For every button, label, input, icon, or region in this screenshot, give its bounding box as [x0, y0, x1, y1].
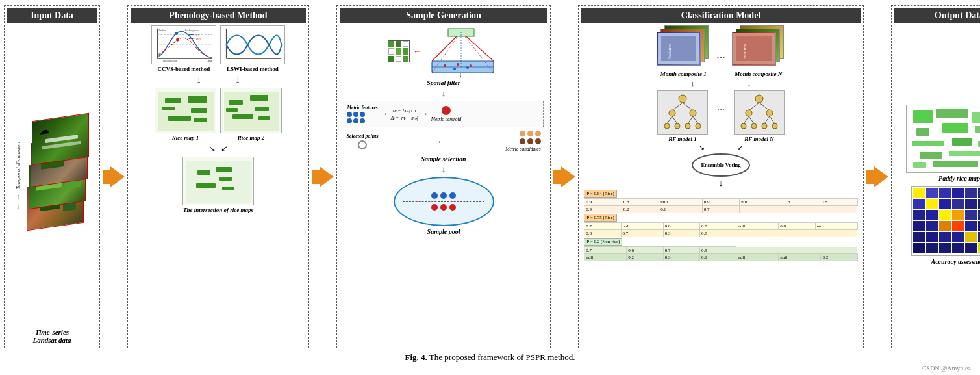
selected-points-row: Selected points ← — [344, 129, 543, 153]
pool-divider — [403, 201, 485, 202]
merge-arrows: ↘ ↙ — [203, 144, 233, 154]
svg-line-81 — [759, 103, 770, 110]
svg-line-80 — [749, 103, 759, 110]
table-row-1: 0.9 0.8 null 0.9 null 0.8 0.8 — [584, 199, 857, 206]
output-panel: Output Data — [891, 5, 980, 348]
pheno-down-arrows: ↓ ↓ — [196, 75, 240, 85]
rice-map-1-label: Rice map 1 — [172, 135, 199, 141]
svg-rect-122 — [926, 210, 938, 220]
svg-rect-110 — [926, 188, 938, 198]
svg-text:Features: Features — [667, 44, 672, 59]
watermark: CSDN @Amyniez — [922, 365, 971, 372]
accuracy-container: Accuracy assessment — [911, 186, 980, 265]
svg-line-68 — [683, 103, 693, 110]
rf-tree-1 — [660, 94, 705, 131]
svg-rect-98 — [942, 123, 968, 133]
svg-text:Index: Index — [158, 29, 166, 32]
sample-pool-ellipse — [394, 177, 494, 226]
dot-blue-1 — [347, 112, 352, 117]
svg-text:EVI: EVI — [194, 34, 199, 37]
svg-line-67 — [672, 103, 683, 110]
phenology-inner: Index Time Transplanting Heading date EV… — [131, 25, 306, 344]
svg-rect-104 — [949, 151, 981, 156]
classif-arrows-down: ↓ ↓ — [691, 79, 751, 89]
svg-rect-133 — [913, 232, 925, 242]
svg-rect-97 — [916, 128, 929, 136]
arrow-to-grid: ← — [414, 47, 421, 57]
blue-dots-pool — [431, 192, 456, 199]
svg-rect-143 — [965, 243, 977, 253]
svg-rect-124 — [952, 210, 964, 220]
rf-models-row: RF model 1 ··· — [657, 90, 785, 142]
landsat-label: Landsat data — [33, 336, 71, 344]
centroid-area: Metric centroid — [431, 106, 462, 122]
rice-map-2-container: Rice map 2 — [220, 88, 282, 141]
arrow-4 — [864, 5, 891, 348]
phenology-title: Phenology-based Method — [131, 8, 306, 23]
lswi-label: LSWI-based method — [227, 66, 279, 72]
arrow-2 — [309, 5, 336, 348]
svg-rect-117 — [939, 199, 951, 209]
svg-rect-35 — [250, 95, 268, 101]
voting-table-area: P = 0.84 (Rice) 0.9 0.8 null 0.9 null 0.… — [584, 190, 857, 261]
svg-rect-41 — [197, 170, 210, 175]
lswi-chart — [220, 25, 285, 64]
caption-text: The proposed framework of PSPR method. — [429, 352, 575, 362]
intersection-label: The intersection of rice maps — [183, 207, 253, 213]
p02-label: P = 0.2 (Non-rice) — [584, 238, 622, 246]
composite-1-stack: Features — [657, 25, 710, 70]
svg-point-86 — [741, 123, 746, 129]
red-dots-pool — [431, 204, 456, 211]
svg-rect-135 — [939, 232, 951, 242]
svg-rect-38 — [258, 116, 270, 120]
svg-point-55 — [457, 63, 459, 66]
svg-point-73 — [664, 123, 670, 129]
composite-n-stack: Features — [732, 25, 785, 70]
svg-point-57 — [453, 68, 456, 70]
voting-table-2: 0.7 null 0.8 0.7 null 0.8 null 0.8 0.7 0… — [584, 222, 857, 237]
rf-model-n: RF model N — [734, 90, 785, 142]
sample-inner: ← — [340, 25, 547, 344]
sample-generation-panel: Sample Generation ← — [336, 5, 551, 348]
rf-model-1-box — [657, 90, 708, 135]
svg-rect-118 — [952, 199, 964, 209]
classification-panel: Classification Model Features — [578, 5, 864, 348]
grid-cell-6 — [403, 48, 408, 54]
composites-row: Features Month composite 1 ··· — [581, 25, 861, 77]
converge-arrows: ↘ ↙ — [699, 144, 743, 152]
svg-rect-128 — [926, 221, 938, 231]
arrow-left-selected: ← — [436, 136, 447, 148]
ensemble-area: ↘ ↙ Ensemble Voting ↓ — [692, 144, 750, 188]
lswi-method: LSWI-based method — [220, 25, 285, 72]
svg-rect-111 — [939, 188, 951, 198]
grid-cell-2 — [396, 41, 401, 47]
svg-line-75 — [688, 116, 693, 123]
svg-rect-36 — [255, 107, 269, 111]
svg-rect-107 — [933, 161, 978, 167]
svg-point-12 — [176, 38, 179, 42]
grid-cell-5 — [396, 48, 401, 54]
p084-row: P = 0.84 (Rice) — [584, 190, 857, 198]
svg-point-83 — [766, 110, 773, 116]
arrow-3 — [551, 5, 578, 348]
svg-rect-141 — [939, 243, 951, 253]
temporal-label: Temporal dimension — [15, 142, 21, 189]
svg-rect-134 — [926, 232, 938, 242]
caption: Fig. 4. The proposed framework of PSPR m… — [0, 351, 980, 364]
input-data-panel: Input Data Temporal dimension ↑ ↓ — [4, 5, 100, 348]
composite-n-container: Features Month composite N — [732, 25, 785, 77]
table-row-6: null 0.2 0.3 0.1 null null 0.2 — [584, 254, 857, 261]
dot-blue-4 — [347, 118, 352, 123]
svg-rect-100 — [912, 141, 944, 146]
svg-text:Features: Features — [742, 44, 748, 59]
rf-model-1: RF model 1 — [657, 90, 708, 142]
paddy-rice-label: Paddy rice map — [938, 175, 980, 182]
metric-features-label: Metric features — [347, 105, 377, 110]
spatial-filter-label: Spatial filter — [427, 79, 460, 86]
rice-maps: Rice map 1 — [155, 88, 282, 141]
svg-rect-28 — [191, 108, 207, 113]
output-title: Output Data — [894, 8, 980, 23]
grid-cell-3 — [403, 41, 408, 47]
svg-rect-139 — [913, 243, 925, 253]
svg-rect-27 — [188, 96, 207, 103]
